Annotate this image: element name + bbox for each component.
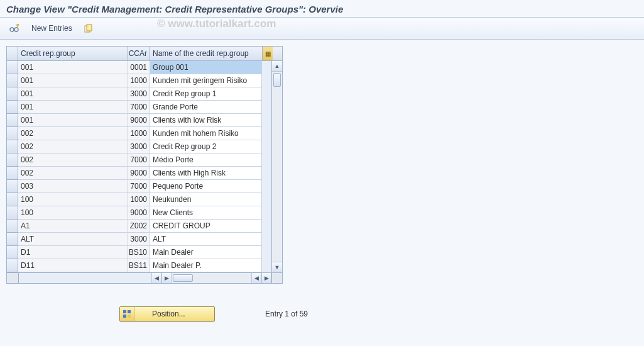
cell-ccar[interactable]: 1000 [128, 74, 150, 87]
cell-group[interactable]: 001 [18, 74, 128, 87]
cell-group[interactable]: 002 [18, 127, 128, 140]
cell-name[interactable]: Médio Porte [150, 153, 262, 167]
position-button[interactable]: Position... [119, 306, 215, 321]
row-selector[interactable] [7, 220, 18, 233]
table-row[interactable]: 0029000Clients with High Risk [7, 167, 271, 180]
cell-group[interactable]: 001 [18, 87, 128, 101]
cell-group[interactable]: D11 [18, 259, 128, 272]
cell-ccar[interactable]: BS10 [128, 246, 150, 259]
table-row[interactable]: 0017000Grande Porte [7, 101, 271, 114]
table-row[interactable]: 1001000Neukunden [7, 193, 271, 206]
select-all-cell[interactable] [7, 47, 18, 60]
cell-name[interactable]: Main Dealer P. [150, 259, 262, 272]
cell-name[interactable]: Clients with High Risk [150, 167, 262, 180]
hscroll-thumb[interactable] [173, 274, 193, 282]
hscroll-track[interactable] [172, 273, 251, 283]
cell-group[interactable]: 002 [18, 167, 128, 180]
table-row[interactable]: ALT3000ALT [7, 233, 271, 246]
col-header-ccar[interactable]: CCAr [128, 47, 150, 60]
other-view-button[interactable] [5, 21, 24, 35]
row-selector[interactable] [7, 167, 18, 180]
cell-ccar[interactable]: 9000 [128, 167, 150, 180]
table-row[interactable]: 0023000Credit Rep group 2 [7, 140, 271, 153]
table-row[interactable]: 0021000Kunden mit hohem Risiko [7, 127, 271, 140]
cell-name[interactable]: Group 001 [150, 61, 262, 74]
table-row[interactable]: 0010001Group 001 [7, 61, 271, 74]
new-entries-button[interactable]: New Entries [28, 24, 76, 33]
row-selector[interactable] [7, 259, 18, 272]
cell-name[interactable]: Credit Rep group 1 [150, 87, 262, 101]
scroll-right-button[interactable]: ▶ [161, 273, 172, 283]
cell-group[interactable]: 002 [18, 140, 128, 153]
scroll-track[interactable] [272, 72, 282, 262]
table-row[interactable]: 0037000Pequeno Porte [7, 180, 271, 193]
cell-ccar[interactable]: Z002 [128, 220, 150, 233]
horizontal-scrollbar[interactable]: ◀ ▶ ◀ ▶ [151, 273, 271, 283]
cell-name[interactable]: Neukunden [150, 193, 262, 206]
vertical-scrollbar[interactable]: ▲ ▼ [271, 61, 282, 272]
scroll-thumb[interactable] [273, 73, 281, 87]
scroll-last-button[interactable]: ▶ [261, 273, 271, 283]
cell-name[interactable]: Kunden mit geringem Risiko [150, 74, 262, 87]
cell-ccar[interactable]: 9000 [128, 206, 150, 220]
cell-group[interactable]: 001 [18, 101, 128, 114]
cell-ccar[interactable]: 0001 [128, 61, 150, 74]
cell-name[interactable]: CREDIT GROUP [150, 220, 262, 233]
cell-name[interactable]: Main Dealer [150, 246, 262, 259]
cell-name[interactable]: Credit Rep group 2 [150, 140, 262, 153]
scroll-down-button[interactable]: ▼ [272, 262, 282, 272]
cell-name[interactable]: Pequeno Porte [150, 180, 262, 193]
row-selector[interactable] [7, 114, 18, 127]
cell-group[interactable]: 003 [18, 180, 128, 193]
cell-group[interactable]: 100 [18, 193, 128, 206]
cell-ccar[interactable]: 3000 [128, 140, 150, 153]
cell-name[interactable]: Kunden mit hohem Risiko [150, 127, 262, 140]
cell-group[interactable]: 001 [18, 114, 128, 127]
row-selector[interactable] [7, 233, 18, 246]
table-row[interactable]: A1Z002CREDIT GROUP [7, 220, 271, 233]
cell-ccar[interactable]: 3000 [128, 233, 150, 246]
row-selector[interactable] [7, 140, 18, 153]
row-selector[interactable] [7, 206, 18, 220]
cell-group[interactable]: D1 [18, 246, 128, 259]
cell-ccar[interactable]: 7000 [128, 180, 150, 193]
row-selector[interactable] [7, 193, 18, 206]
row-selector[interactable] [7, 61, 18, 74]
configure-columns-button[interactable]: ▦ [262, 47, 273, 60]
cell-group[interactable]: 100 [18, 206, 128, 220]
row-selector[interactable] [7, 87, 18, 101]
row-selector[interactable] [7, 153, 18, 167]
cell-ccar[interactable]: BS11 [128, 259, 150, 272]
scroll-up-button[interactable]: ▲ [272, 61, 282, 72]
cell-group[interactable]: 001 [18, 61, 128, 74]
table-row[interactable]: 0019000Clients with low Risk [7, 114, 271, 127]
row-selector[interactable] [7, 246, 18, 259]
scroll-left-button[interactable]: ◀ [151, 273, 161, 283]
table-row[interactable]: 1009000New Clients [7, 206, 271, 220]
row-selector[interactable] [7, 101, 18, 114]
row-selector[interactable] [7, 180, 18, 193]
table-row[interactable]: D11BS11Main Dealer P. [7, 259, 271, 272]
cell-ccar[interactable]: 1000 [128, 127, 150, 140]
cell-group[interactable]: A1 [18, 220, 128, 233]
row-selector[interactable] [7, 74, 18, 87]
table-row[interactable]: 0027000Médio Porte [7, 153, 271, 167]
cell-group[interactable]: ALT [18, 233, 128, 246]
cell-name[interactable]: Grande Porte [150, 101, 262, 114]
cell-ccar[interactable]: 7000 [128, 153, 150, 167]
table-row[interactable]: 0011000Kunden mit geringem Risiko [7, 74, 271, 87]
col-header-group[interactable]: Credit rep.group [18, 47, 128, 60]
cell-group[interactable]: 002 [18, 153, 128, 167]
table-row[interactable]: D1BS10Main Dealer [7, 246, 271, 259]
col-header-name[interactable]: Name of the credit rep.group [150, 47, 262, 60]
cell-name[interactable]: New Clients [150, 206, 262, 220]
cell-name[interactable]: Clients with low Risk [150, 114, 262, 127]
cell-ccar[interactable]: 7000 [128, 101, 150, 114]
cell-ccar[interactable]: 3000 [128, 87, 150, 101]
row-selector[interactable] [7, 127, 18, 140]
cell-ccar[interactable]: 1000 [128, 193, 150, 206]
copy-as-button[interactable] [80, 21, 97, 35]
scroll-first-button[interactable]: ◀ [251, 273, 261, 283]
cell-name[interactable]: ALT [150, 233, 262, 246]
cell-ccar[interactable]: 9000 [128, 114, 150, 127]
